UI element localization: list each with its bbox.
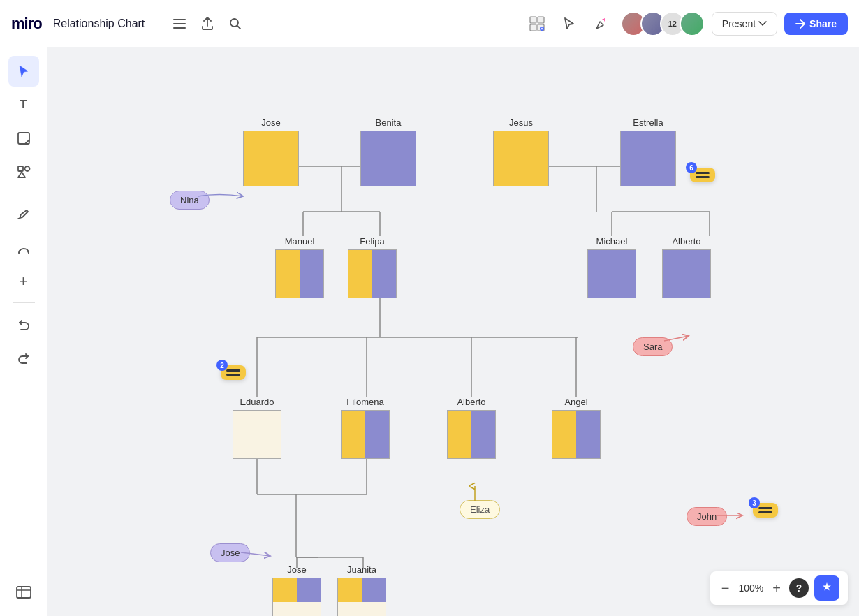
sidebar-divider-2 xyxy=(13,302,35,303)
present-button[interactable]: Present xyxy=(712,12,777,36)
node-estrella[interactable]: Estrella xyxy=(620,117,676,186)
svg-rect-6 xyxy=(530,24,536,31)
avatar-group: 12 xyxy=(621,11,705,36)
comment-lines-1 xyxy=(696,172,710,178)
svg-point-3 xyxy=(230,19,238,27)
redo-button[interactable] xyxy=(8,342,39,373)
node-jesus[interactable]: Jesus xyxy=(493,117,549,186)
comment-lines-2 xyxy=(226,369,240,376)
svg-rect-2 xyxy=(173,27,186,29)
jose-label-bubble[interactable]: Jose xyxy=(210,543,250,562)
comment-count-1: 6 xyxy=(686,162,697,173)
node-jose1[interactable]: Jose xyxy=(243,117,299,186)
comment-badge-3[interactable]: 3 xyxy=(753,503,778,518)
header: miro Relationship Chart 12 Present xyxy=(0,0,859,47)
node-filomena[interactable]: Filomena xyxy=(341,397,390,459)
search-button[interactable] xyxy=(223,11,248,36)
john-label: John xyxy=(697,511,717,522)
box-jose1[interactable] xyxy=(243,131,299,186)
comment-badge-2[interactable]: 2 xyxy=(221,365,246,380)
help-button[interactable]: ? xyxy=(789,578,809,598)
menu-button[interactable] xyxy=(167,11,192,36)
label-angel: Angel xyxy=(564,397,587,407)
node-juanita[interactable]: Juanita xyxy=(337,564,386,616)
node-alberto2[interactable]: Alberto xyxy=(447,397,496,459)
magic-button[interactable] xyxy=(814,575,839,601)
undo-button[interactable] xyxy=(8,309,39,339)
svg-rect-0 xyxy=(173,19,186,20)
nina-label: Nina xyxy=(180,195,199,205)
sticky-note-tool[interactable] xyxy=(8,123,39,154)
comment-count-3: 3 xyxy=(749,497,760,508)
nina-bubble[interactable]: Nina xyxy=(170,191,210,210)
box-manuel[interactable] xyxy=(275,249,324,298)
jose-bubble-label: Jose xyxy=(221,548,240,558)
label-michael: Michael xyxy=(596,236,628,247)
header-tools xyxy=(167,11,248,36)
sara-bubble[interactable]: Sara xyxy=(633,337,673,356)
label-benita: Benita xyxy=(376,117,402,128)
shape-tool[interactable] xyxy=(8,156,39,187)
box-felipa[interactable] xyxy=(348,249,397,298)
comment-lines-3 xyxy=(758,507,772,513)
node-benita[interactable]: Benita xyxy=(360,117,416,186)
label-jose2: Jose xyxy=(287,564,306,575)
smart-draw-button[interactable] xyxy=(524,11,550,36)
svg-rect-11 xyxy=(18,166,23,171)
box-alberto1[interactable] xyxy=(662,249,711,298)
zoom-bar: − 100% + ? xyxy=(710,571,848,605)
comment-count-2: 2 xyxy=(216,360,228,371)
chart-container: Jose Benita Jesus Estrella xyxy=(47,47,859,616)
label-jesus: Jesus xyxy=(509,117,533,128)
doc-title: Relationship Chart xyxy=(53,17,145,30)
box-jose2[interactable] xyxy=(272,578,321,616)
box-estrella[interactable] xyxy=(620,131,676,186)
share-upload-button[interactable] xyxy=(195,11,220,36)
box-benita[interactable] xyxy=(360,131,416,186)
eliza-label: Eliza xyxy=(470,504,490,515)
node-alberto1[interactable]: Alberto xyxy=(662,236,711,298)
celebration-button[interactable] xyxy=(589,11,614,36)
board-toggle-button[interactable] xyxy=(8,577,39,608)
node-jose2[interactable]: Jose xyxy=(272,564,321,616)
box-angel[interactable] xyxy=(552,410,601,459)
box-jesus[interactable] xyxy=(493,131,549,186)
cursor-tool[interactable] xyxy=(8,56,39,87)
avatar-3 xyxy=(680,11,705,36)
box-juanita[interactable] xyxy=(337,578,386,616)
zoom-value: 100% xyxy=(737,582,764,594)
label-felipa: Felipa xyxy=(360,236,384,247)
arc-tool[interactable] xyxy=(8,233,39,263)
node-angel[interactable]: Angel xyxy=(552,397,601,459)
label-juanita: Juanita xyxy=(347,564,376,575)
john-bubble[interactable]: John xyxy=(687,507,727,526)
label-estrella: Estrella xyxy=(633,117,663,128)
node-michael[interactable]: Michael xyxy=(587,236,636,298)
sara-label: Sara xyxy=(643,342,662,352)
comment-badge-1[interactable]: 6 xyxy=(690,168,715,182)
canvas[interactable]: Jose Benita Jesus Estrella xyxy=(47,47,859,616)
eliza-bubble[interactable]: Eliza xyxy=(460,500,500,519)
connector-lines xyxy=(47,47,859,616)
miro-logo: miro xyxy=(11,15,42,33)
box-michael[interactable] xyxy=(587,249,636,298)
label-manuel: Manuel xyxy=(285,236,315,247)
pen-tool[interactable] xyxy=(8,199,39,230)
header-right: 12 Present Share xyxy=(524,11,848,36)
node-felipa[interactable]: Felipa xyxy=(348,236,397,298)
svg-rect-13 xyxy=(17,587,31,598)
box-filomena[interactable] xyxy=(341,410,390,459)
label-alberto2: Alberto xyxy=(457,397,485,407)
add-tool[interactable]: + xyxy=(8,266,39,297)
zoom-out-button[interactable]: − xyxy=(719,580,733,596)
zoom-in-button[interactable]: + xyxy=(770,580,784,596)
share-button[interactable]: Share xyxy=(784,13,848,35)
cursor-share-button[interactable] xyxy=(557,11,582,36)
box-eduardo[interactable] xyxy=(233,410,281,459)
box-alberto2[interactable] xyxy=(447,410,496,459)
node-manuel[interactable]: Manuel xyxy=(275,236,324,298)
label-jose1: Jose xyxy=(261,117,280,128)
text-tool[interactable]: T xyxy=(8,89,39,120)
svg-point-12 xyxy=(24,166,29,171)
node-eduardo[interactable]: Eduardo xyxy=(233,397,281,459)
